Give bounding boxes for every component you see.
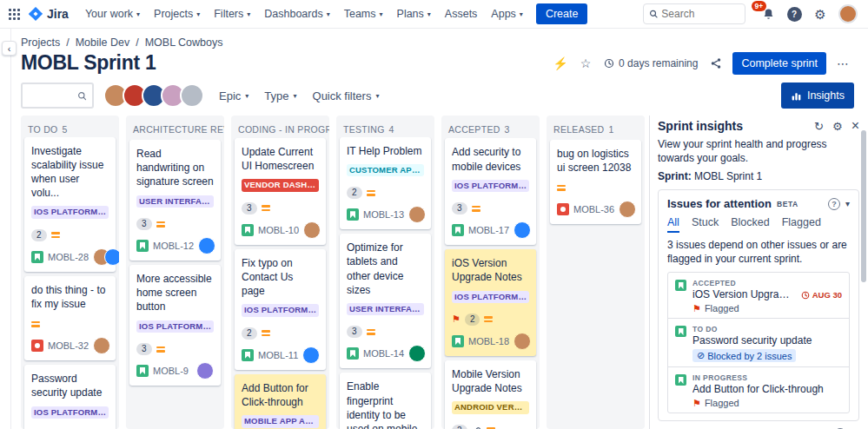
more-button[interactable]: ⋯	[832, 52, 854, 75]
jira-logo[interactable]: Jira	[29, 7, 69, 21]
nav-filters[interactable]: Filters▾	[208, 0, 256, 28]
issue-card[interactable]: Optimize for tablets and other device si…	[340, 234, 431, 368]
issue-card[interactable]: Add Button for Click-throughMOBILE APP A…	[235, 374, 326, 429]
issue-card[interactable]: Update Current UI HomescreenVENDOR DASHB…	[235, 138, 326, 245]
settings-button[interactable]: ⚙	[810, 3, 831, 24]
epic-label[interactable]: CUSTOMER APPLICATIO...	[347, 164, 424, 176]
board-search[interactable]	[21, 82, 94, 109]
epic-label[interactable]: IOS PLATFORM UPDATE	[31, 206, 109, 218]
epic-label[interactable]: USER INTERFACE REVIE...	[136, 195, 214, 208]
scrollbar[interactable]	[861, 130, 866, 282]
epic-label[interactable]: IOS PLATFORM UPDATE	[242, 304, 319, 316]
refresh-icon[interactable]: ↻	[814, 121, 824, 132]
board-toolbar: Epic▾ Type▾ Quick filters▾ Insights	[12, 75, 868, 116]
bug-icon	[31, 340, 43, 352]
issue-card[interactable]: bug on logistics ui screen 12038MOBL-36	[550, 140, 641, 224]
issue-card[interactable]: More accessible home screen buttonIOS PL…	[129, 265, 221, 386]
nav-your-work[interactable]: Your work▾	[79, 0, 146, 28]
help-icon[interactable]: ?	[828, 198, 840, 210]
epic-filter-dropdown[interactable]: Epic▾	[214, 84, 254, 108]
issue-card[interactable]: IT Help ProblemCUSTOMER APPLICATIO...2MO…	[340, 137, 431, 230]
breadcrumb-project[interactable]: Mobile Dev	[76, 36, 130, 49]
notifications-button[interactable]: 9+	[758, 3, 779, 24]
column-name: TO DO	[28, 124, 58, 135]
issue-key[interactable]: MOBL-18	[468, 336, 509, 346]
attention-item[interactable]: TO DOPassword security update⊘ Blocked b…	[668, 319, 849, 367]
epic-label[interactable]: IOS PLATFORM UPDATE	[452, 291, 529, 303]
issue-key[interactable]: MOBL-14	[363, 348, 404, 359]
board-search-input[interactable]	[28, 89, 77, 102]
issue-card[interactable]: Password security updateIOS PLATFORM UPD…	[24, 365, 116, 429]
issue-key[interactable]: MOBL-36	[573, 204, 614, 214]
epic-label[interactable]: IOS PLATFORM UPDATE	[31, 406, 109, 419]
nav-projects[interactable]: Projects▾	[148, 0, 206, 28]
nav-teams[interactable]: Teams▾	[338, 0, 389, 28]
type-filter-dropdown[interactable]: Type▾	[259, 84, 301, 108]
issue-key[interactable]: MOBL-10	[258, 225, 299, 235]
issues-for-attention-title: Issues for attention	[667, 197, 772, 210]
star-button[interactable]: ☆	[574, 52, 597, 75]
automation-button[interactable]: ⚡	[549, 52, 572, 75]
attention-item[interactable]: ACCEPTEDiOS Version Upgrade Notes⚑Flagge…	[668, 273, 849, 319]
issue-key[interactable]: MOBL-11	[258, 350, 298, 360]
close-icon[interactable]: ×	[851, 119, 859, 133]
tab-flagged[interactable]: Flagged	[782, 216, 821, 233]
complete-sprint-button[interactable]: Complete sprint	[732, 52, 826, 75]
issue-card[interactable]: Investigate scalability issue when user …	[24, 137, 116, 272]
global-search[interactable]	[643, 3, 745, 24]
issue-key[interactable]: MOBL-32	[48, 340, 89, 351]
breadcrumb-projects[interactable]: Projects	[21, 36, 60, 49]
column-count: 5	[63, 124, 68, 135]
story-icon	[675, 280, 686, 291]
sidebar-expand-button[interactable]: ‹	[2, 41, 17, 56]
issue-card[interactable]: do this thing - to fix my issueMOBL-32	[24, 276, 116, 360]
issue-key[interactable]: MOBL-17	[468, 225, 509, 235]
column-cards: Read handwriting on signature screenUSER…	[126, 140, 224, 393]
issue-card[interactable]: Mobile Version Upgrade NotesANDROID VERS…	[445, 360, 536, 429]
issue-card[interactable]: Fix typo on Contact Us pageIOS PLATFORM …	[235, 249, 326, 370]
insights-description: View your sprint health and progress tow…	[658, 138, 859, 165]
story-icon	[452, 335, 464, 347]
share-button[interactable]	[705, 52, 727, 75]
tab-all[interactable]: All	[667, 216, 679, 233]
epic-label[interactable]: IOS PLATFORM UPDATE	[136, 320, 214, 333]
issue-key[interactable]: MOBL-9	[153, 366, 189, 376]
quick-filters-dropdown[interactable]: Quick filters▾	[308, 84, 385, 108]
gear-icon[interactable]: ⚙	[832, 121, 843, 132]
breadcrumb-board[interactable]: MOBL Cowboys	[145, 36, 223, 49]
issue-card[interactable]: Read handwriting on signature screenUSER…	[129, 140, 221, 261]
issue-key[interactable]: MOBL-28	[48, 252, 89, 262]
chevron-down-icon[interactable]: ▾	[845, 199, 850, 208]
app-switcher-icon[interactable]	[9, 9, 20, 20]
chevron-down-icon: ▾	[247, 10, 250, 18]
create-button[interactable]: Create	[536, 3, 588, 24]
column-name: TESTING	[343, 124, 385, 135]
issue-key[interactable]: MOBL-13	[363, 209, 404, 220]
toolbar-avatar[interactable]	[180, 83, 204, 108]
attention-item[interactable]: IN PROGRESSAdd Button for Click-through⚑…	[668, 367, 849, 412]
nav-apps[interactable]: Apps▾	[485, 0, 529, 28]
nav-dashboards[interactable]: Dashboards▾	[258, 0, 335, 28]
help-button[interactable]: ?	[784, 3, 805, 24]
issue-card[interactable]: Add security to mobile devicesIOS PLATFO…	[445, 138, 536, 245]
issue-card[interactable]: Enable fingerprint identity to be used o…	[340, 373, 431, 429]
epic-label[interactable]: ANDROID VERSION UPG...	[452, 401, 529, 413]
issue-key[interactable]: MOBL-12	[153, 241, 194, 251]
epic-label[interactable]: VENDOR DASHBOARD	[242, 179, 319, 191]
tab-stuck[interactable]: Stuck	[692, 216, 719, 233]
global-search-input[interactable]	[661, 8, 739, 20]
issue-card[interactable]: iOS Version Upgrade NotesIOS PLATFORM UP…	[445, 249, 536, 356]
insights-button[interactable]: Insights	[781, 82, 854, 109]
tab-blocked[interactable]: Blocked	[731, 216, 769, 233]
blocked-icon: ⊘	[697, 350, 705, 361]
epic-label[interactable]: IOS PLATFORM UPDATE	[452, 180, 529, 192]
epic-label[interactable]: MOBILE APP AUTHENTICA...	[242, 415, 319, 427]
nav-assets[interactable]: Assets	[439, 0, 484, 28]
column-name: ACCEPTED	[448, 124, 500, 135]
nav-plans[interactable]: Plans▾	[391, 0, 437, 28]
user-avatar[interactable]	[838, 4, 858, 23]
column-cards: Add security to mobile devicesIOS PLATFO…	[441, 138, 540, 429]
epic-label[interactable]: USER INTERFACE REVIE...	[347, 303, 424, 315]
chevron-down-icon: ▾	[196, 10, 200, 18]
column-count: 4	[389, 124, 394, 135]
